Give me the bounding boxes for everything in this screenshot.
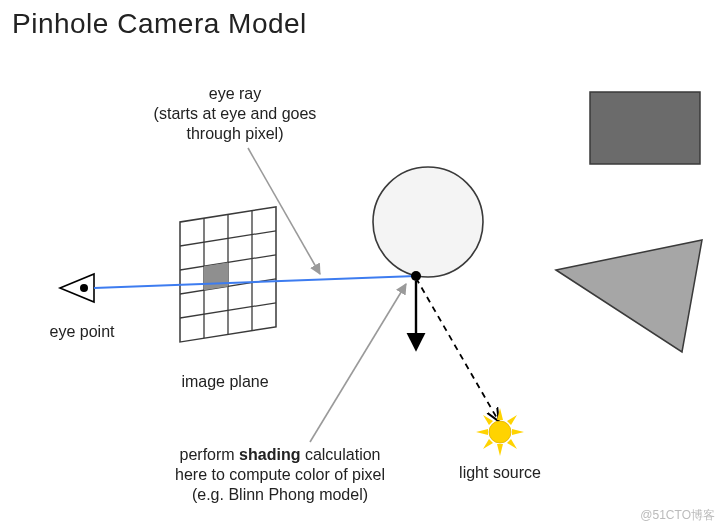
- diagram-canvas: [0, 0, 723, 530]
- svg-point-9: [80, 284, 88, 292]
- svg-marker-18: [483, 439, 493, 449]
- eye-icon: [60, 274, 94, 302]
- scene-rectangle: [590, 92, 700, 164]
- svg-marker-15: [507, 415, 517, 425]
- svg-point-10: [489, 421, 511, 443]
- scene-sphere: [373, 167, 483, 277]
- svg-marker-14: [512, 429, 524, 435]
- svg-marker-11: [497, 408, 503, 420]
- svg-marker-16: [483, 415, 493, 425]
- sun-icon: [476, 408, 524, 456]
- image-plane-grid: [180, 207, 276, 342]
- svg-marker-13: [476, 429, 488, 435]
- scene-triangle: [556, 240, 702, 352]
- svg-marker-8: [60, 274, 94, 302]
- light-ray: [416, 278, 498, 420]
- svg-marker-17: [507, 439, 517, 449]
- highlighted-pixel: [204, 262, 228, 290]
- svg-marker-12: [497, 444, 503, 456]
- callout-arrow-shading: [310, 284, 406, 442]
